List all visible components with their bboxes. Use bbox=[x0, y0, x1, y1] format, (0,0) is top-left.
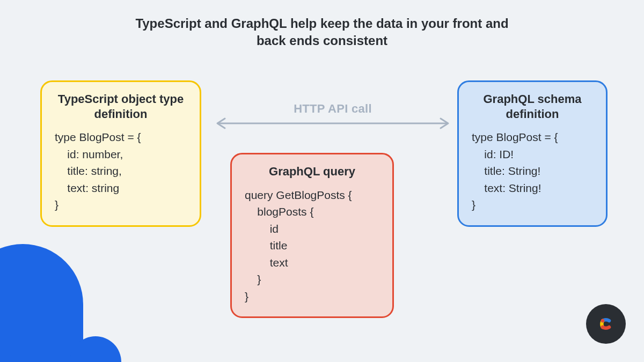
svg-point-2 bbox=[601, 326, 605, 329]
http-arrow: HTTP API call bbox=[212, 102, 453, 130]
query-box-heading: GraphQL query bbox=[245, 164, 379, 179]
typescript-box-heading: TypeScript object type definition bbox=[55, 92, 187, 121]
graphql-schema-box: GraphQL schema definition type BlogPost … bbox=[457, 80, 608, 227]
query-code: query GetBlogPosts { blogPosts { id titl… bbox=[245, 187, 379, 305]
typescript-code: type BlogPost = { id: number, title: str… bbox=[55, 129, 187, 213]
schema-box-heading: GraphQL schema definition bbox=[472, 92, 593, 121]
arrow-label: HTTP API call bbox=[212, 102, 453, 116]
diagram-title: TypeScript and GraphQL help keep the dat… bbox=[134, 15, 510, 50]
svg-point-1 bbox=[601, 319, 605, 323]
graphql-query-box: GraphQL query query GetBlogPosts { blogP… bbox=[230, 153, 394, 318]
typescript-definition-box: TypeScript object type definition type B… bbox=[40, 80, 201, 227]
double-arrow-icon bbox=[212, 117, 453, 130]
contentful-logo-icon bbox=[586, 304, 626, 344]
decorative-shape-large bbox=[0, 244, 83, 362]
schema-code: type BlogPost = { id: ID! title: String!… bbox=[472, 129, 593, 213]
